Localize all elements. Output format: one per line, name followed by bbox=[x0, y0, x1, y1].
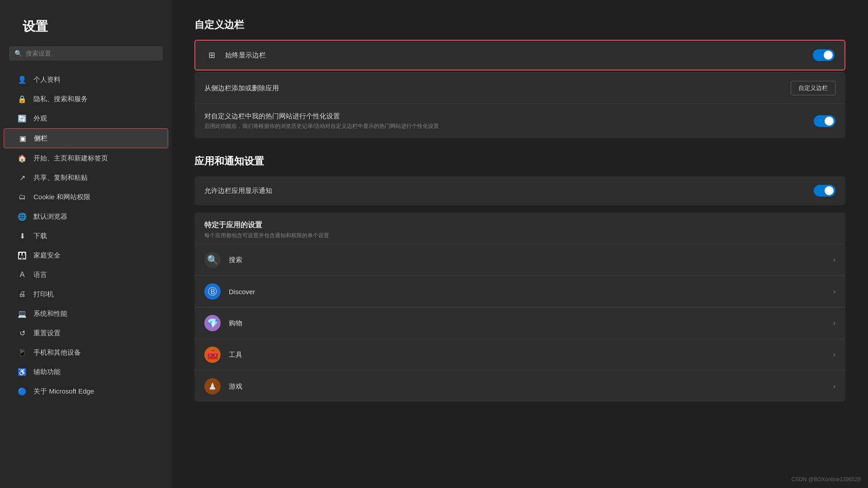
app-icon-shopping: 💎 bbox=[204, 315, 221, 331]
nav-label-privacy: 隐私、搜索和服务 bbox=[33, 95, 88, 103]
nav-icon-cookies: 🗂 bbox=[17, 192, 27, 202]
nav-label-appearance: 外观 bbox=[33, 114, 47, 123]
chevron-right-icon-shopping: › bbox=[833, 319, 835, 327]
chevron-right-icon-games: › bbox=[833, 382, 835, 390]
nav-label-accessibility: 辅助功能 bbox=[33, 368, 61, 376]
nav-icon-default-browser: 🌐 bbox=[17, 211, 27, 221]
app-row-games[interactable]: ♟ 游戏 › bbox=[194, 371, 845, 402]
nav-label-sidebar: 侧栏 bbox=[34, 134, 47, 143]
nav-icon-accessibility: ♿ bbox=[17, 367, 27, 377]
nav-icon-system: 💻 bbox=[17, 309, 27, 319]
sidebar-item-privacy[interactable]: 🔒 隐私、搜索和服务 bbox=[4, 89, 168, 108]
allow-notify-row: 允许边栏应用显示通知 bbox=[194, 176, 845, 205]
personalize-row: 对自定义边栏中我的热门网站进行个性化设置 启用此功能后，我们将根据你的浏览历史记… bbox=[194, 103, 845, 138]
nav-label-reset: 重置设置 bbox=[33, 329, 61, 338]
nav-label-cookies: Cookie 和网站权限 bbox=[33, 193, 90, 202]
allow-notify-toggle[interactable] bbox=[814, 185, 835, 197]
app-name-tools: 工具 bbox=[229, 351, 833, 359]
sidebar-item-appearance[interactable]: 🔄 外观 bbox=[4, 109, 168, 128]
app-specific-card: 特定于应用的设置 每个应用都包含可设置并包含通知和权限的单个设置 🔍 搜索 › … bbox=[194, 212, 845, 402]
nav-icon-new-tab: 🏠 bbox=[17, 153, 27, 163]
always-show-label: 始终显示边栏 bbox=[225, 51, 813, 60]
search-box[interactable]: 🔍 bbox=[9, 46, 163, 61]
sidebar-item-share[interactable]: ↗ 共享、复制和粘贴 bbox=[4, 168, 168, 187]
app-name-games: 游戏 bbox=[229, 382, 833, 391]
chevron-right-icon-search: › bbox=[833, 256, 835, 264]
nav-label-family: 家庭安全 bbox=[33, 251, 61, 260]
add-remove-row: 从侧边栏添加或删除应用 自定义边栏 bbox=[194, 72, 845, 103]
chevron-right-icon-tools: › bbox=[833, 351, 835, 359]
sidebar-item-system[interactable]: 💻 系统和性能 bbox=[4, 304, 168, 323]
always-show-sidebar-card: ⊞ 始终显示边栏 bbox=[194, 40, 845, 70]
sidebar-item-profile[interactable]: 👤 个人资料 bbox=[4, 70, 168, 89]
sidebar-item-family[interactable]: 👨‍👩‍👧 家庭安全 bbox=[4, 246, 168, 265]
allow-notify-card: 允许边栏应用显示通知 bbox=[194, 176, 845, 205]
app-row-search[interactable]: 🔍 搜索 › bbox=[194, 244, 845, 276]
sidebar-item-default-browser[interactable]: 🌐 默认浏览器 bbox=[4, 207, 168, 226]
nav-icon-appearance: 🔄 bbox=[17, 113, 27, 123]
customize-sidebar-btn[interactable]: 自定义边栏 bbox=[791, 81, 835, 95]
nav-label-system: 系统和性能 bbox=[33, 310, 67, 318]
nav-label-new-tab: 开始、主页和新建标签页 bbox=[33, 154, 108, 163]
nav-icon-about: 🔵 bbox=[17, 386, 27, 396]
personalize-sub: 启用此功能后，我们将根据你的浏览历史记录/活动对自定义边栏中显示的热门网站进行个… bbox=[204, 122, 803, 130]
app-icon-search: 🔍 bbox=[204, 252, 221, 268]
add-remove-card: 从侧边栏添加或删除应用 自定义边栏 对自定义边栏中我的热门网站进行个性化设置 启… bbox=[194, 72, 845, 138]
nav-icon-printer: 🖨 bbox=[17, 289, 27, 299]
nav-label-share: 共享、复制和粘贴 bbox=[33, 174, 88, 182]
section2-title: 应用和通知设置 bbox=[194, 155, 845, 168]
sidebar-item-new-tab[interactable]: 🏠 开始、主页和新建标签页 bbox=[4, 149, 168, 168]
nav-icon-sidebar: ▣ bbox=[18, 133, 28, 143]
app-list: 🔍 搜索 › Ⓑ Discover › 💎 购物 › 🧰 工具 › ♟ 游戏 › bbox=[194, 244, 845, 402]
sidebar-item-sidebar[interactable]: ▣ 侧栏 bbox=[4, 128, 168, 148]
sidebar: 设置 🔍 👤 个人资料 🔒 隐私、搜索和服务 🔄 外观 ▣ 侧栏 🏠 开始、主页… bbox=[0, 0, 172, 488]
app-icon-tools: 🧰 bbox=[204, 347, 221, 363]
nav-icon-profile: 👤 bbox=[17, 75, 27, 84]
app-name-discover: Discover bbox=[229, 288, 833, 296]
section1-title: 自定义边栏 bbox=[194, 18, 845, 32]
watermark: CSDN @BOXonline1396529 bbox=[791, 476, 861, 483]
nav-label-printer: 打印机 bbox=[33, 290, 54, 299]
nav-label-profile: 个人资料 bbox=[33, 75, 61, 84]
personalize-toggle[interactable] bbox=[814, 115, 835, 127]
app-name-search: 搜索 bbox=[229, 256, 833, 264]
app-icon-discover: Ⓑ bbox=[204, 283, 221, 300]
add-remove-label: 从侧边栏添加或删除应用 bbox=[204, 84, 791, 93]
sidebar-item-downloads[interactable]: ⬇ 下载 bbox=[4, 226, 168, 245]
customize-sidebar-button[interactable]: 自定义边栏 bbox=[791, 81, 835, 95]
allow-notify-label: 允许边栏应用显示通知 bbox=[204, 187, 814, 195]
nav-icon-mobile: 📱 bbox=[17, 347, 27, 357]
sidebar-panel-icon: ⊞ bbox=[205, 49, 218, 61]
sidebar-item-reset[interactable]: ↺ 重置设置 bbox=[4, 324, 168, 343]
sidebar-item-mobile[interactable]: 📱 手机和其他设备 bbox=[4, 343, 168, 362]
nav-label-about: 关于 Microsoft Edge bbox=[33, 387, 94, 396]
app-row-shopping[interactable]: 💎 购物 › bbox=[194, 307, 845, 339]
app-row-discover[interactable]: Ⓑ Discover › bbox=[194, 276, 845, 307]
app-icon-games: ♟ bbox=[204, 378, 221, 394]
search-icon: 🔍 bbox=[14, 50, 22, 57]
always-show-toggle[interactable] bbox=[813, 49, 835, 61]
app-name-shopping: 购物 bbox=[229, 319, 833, 328]
always-show-sidebar-row: ⊞ 始终显示边栏 bbox=[195, 41, 844, 70]
personalize-label: 对自定义边栏中我的热门网站进行个性化设置 bbox=[204, 112, 803, 121]
nav-label-default-browser: 默认浏览器 bbox=[33, 212, 67, 221]
chevron-right-icon-discover: › bbox=[833, 287, 835, 296]
sidebar-item-about[interactable]: 🔵 关于 Microsoft Edge bbox=[4, 382, 168, 401]
nav-icon-language: A bbox=[17, 270, 27, 280]
search-input[interactable] bbox=[26, 50, 157, 57]
nav-icon-downloads: ⬇ bbox=[17, 231, 27, 241]
app-specific-label: 特定于应用的设置 bbox=[204, 221, 262, 230]
sidebar-item-printer[interactable]: 🖨 打印机 bbox=[4, 285, 168, 304]
nav-icon-share: ↗ bbox=[17, 173, 27, 183]
page-title: 设置 bbox=[0, 18, 172, 46]
app-specific-header: 特定于应用的设置 每个应用都包含可设置并包含通知和权限的单个设置 bbox=[194, 212, 845, 244]
sidebar-item-accessibility[interactable]: ♿ 辅助功能 bbox=[4, 362, 168, 381]
sidebar-item-language[interactable]: A 语言 bbox=[4, 265, 168, 284]
nav-icon-family: 👨‍👩‍👧 bbox=[17, 250, 27, 260]
app-row-tools[interactable]: 🧰 工具 › bbox=[194, 339, 845, 371]
sidebar-item-cookies[interactable]: 🗂 Cookie 和网站权限 bbox=[4, 188, 168, 206]
app-specific-sub: 每个应用都包含可设置并包含通知和权限的单个设置 bbox=[204, 232, 329, 239]
nav-label-mobile: 手机和其他设备 bbox=[33, 348, 81, 357]
main-content: 自定义边栏 ⊞ 始终显示边栏 从侧边栏添加或删除应用 自定义边栏 对自定 bbox=[172, 0, 868, 488]
nav-label-language: 语言 bbox=[33, 271, 47, 279]
